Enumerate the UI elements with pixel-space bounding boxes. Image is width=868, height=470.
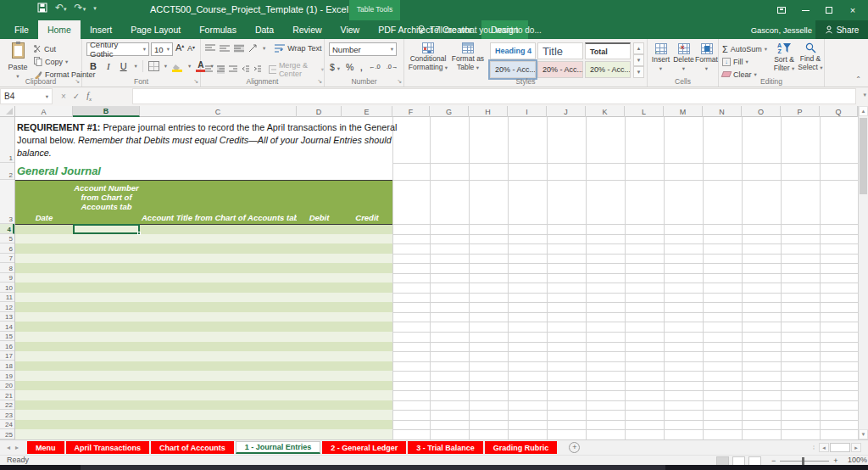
menu-tab-formulas[interactable]: Formulas (190, 20, 246, 39)
row-header-8[interactable]: 8 (0, 263, 14, 273)
sheet-tab-chart-of-accounts[interactable]: Chart of Accounts (151, 441, 234, 454)
merge-center-button[interactable]: Merge & Center▾ (269, 61, 324, 78)
fill-button[interactable]: ↓ Fill▾ (722, 56, 767, 67)
sheet-tab-grading-rubric[interactable]: Grading Rubric (485, 441, 558, 454)
sheet-tab-april-transactions[interactable]: April Transactions (66, 441, 150, 454)
table-row[interactable] (15, 283, 392, 293)
table-row[interactable] (15, 371, 392, 381)
menu-tab-home[interactable]: Home (38, 20, 81, 39)
row-header-18[interactable]: 18 (0, 361, 14, 371)
row-header-21[interactable]: 21 (0, 390, 14, 400)
number-dialog-launcher-icon[interactable]: ↘ (397, 78, 402, 85)
table-row[interactable] (15, 400, 392, 411)
cell-style-accent-red[interactable]: 20% - Acc... (537, 61, 583, 78)
user-name[interactable]: Gascon, Jesselle (751, 20, 812, 39)
scroll-right-icon[interactable]: ▸ (851, 443, 861, 452)
cell-style-heading4[interactable]: Heading 4 (490, 42, 536, 59)
row-header-3[interactable]: 3 (0, 180, 14, 224)
row-header-20[interactable]: 20 (0, 381, 14, 391)
alignment-dialog-launcher-icon[interactable]: ↘ (317, 78, 322, 85)
gallery-down-icon[interactable]: ▼ (633, 54, 644, 66)
column-header-K[interactable]: K (586, 106, 625, 117)
new-sheet-icon[interactable]: + (569, 442, 580, 453)
row-header-5[interactable]: 5 (0, 234, 14, 244)
column-header-J[interactable]: J (547, 106, 586, 117)
column-header-N[interactable]: N (703, 106, 742, 117)
column-header-H[interactable]: H (469, 106, 508, 117)
horizontal-scrollbar[interactable]: ⁞ ◂ ▸ (813, 443, 861, 452)
table-row[interactable] (15, 243, 392, 254)
align-center-icon[interactable] (217, 65, 225, 74)
table-row[interactable] (15, 390, 392, 400)
font-name-select[interactable]: Century Gothic▾ (86, 42, 149, 56)
sheet-tab-2-general-ledger[interactable]: 2 - General Ledger (322, 441, 406, 454)
sheet-tab-1-journal-entries[interactable]: 1 - Journal Entries (236, 441, 321, 454)
row-header-4[interactable]: 4 (0, 224, 14, 234)
number-format-select[interactable]: Number▾ (329, 42, 397, 56)
column-header-D[interactable]: D (297, 106, 342, 117)
restore-icon[interactable] (817, 0, 841, 20)
enter-icon[interactable]: ✓ (73, 92, 80, 101)
row-header-1[interactable]: 1 (0, 117, 14, 163)
close-icon[interactable]: × (841, 0, 865, 20)
borders-icon[interactable] (148, 61, 159, 71)
row-header-19[interactable]: 19 (0, 371, 14, 381)
table-row[interactable] (15, 410, 392, 420)
sheet-tab-menu[interactable]: Menu (27, 441, 64, 454)
cell-style-title[interactable]: Title (537, 42, 583, 59)
ribbon-display-options-icon[interactable] (770, 0, 793, 20)
select-all-corner[interactable] (0, 106, 15, 117)
wrap-text-button[interactable]: Wrap Text (275, 44, 321, 53)
menu-tab-view[interactable]: View (331, 20, 370, 39)
fill-color-icon[interactable] (172, 60, 183, 72)
scroll-left-icon[interactable]: ◂ (819, 443, 829, 452)
row-header-14[interactable]: 14 (0, 322, 14, 332)
menu-tab-file[interactable]: File (5, 20, 38, 39)
column-header-Q[interactable]: Q (820, 106, 858, 117)
table-row[interactable] (15, 420, 392, 430)
table-row[interactable] (15, 293, 392, 303)
customize-qat-icon[interactable]: ▾ (93, 5, 97, 12)
row-header-22[interactable]: 22 (0, 400, 14, 411)
zoom-slider-handle[interactable] (802, 457, 804, 465)
share-button[interactable]: Share (815, 20, 868, 39)
table-row[interactable] (15, 312, 392, 322)
table-row[interactable] (15, 342, 392, 352)
column-header-P[interactable]: P (781, 106, 820, 117)
selected-cell[interactable] (73, 224, 140, 234)
gallery-more-icon[interactable]: ▼ (633, 66, 644, 78)
percent-style-icon[interactable]: % (346, 62, 353, 72)
align-top-icon[interactable] (205, 44, 215, 53)
name-box[interactable]: B4▾ (0, 88, 53, 104)
zoom-slider[interactable] (780, 461, 829, 462)
find-select-button[interactable]: Find & Select ▾ (798, 42, 823, 71)
decrease-font-icon[interactable]: A▾ (187, 44, 195, 53)
menu-tab-page-layout[interactable]: Page Layout (121, 20, 190, 39)
align-left-icon[interactable] (205, 65, 213, 74)
row-header-23[interactable]: 23 (0, 410, 14, 420)
cell-style-accent-blue[interactable]: 20% - Acc... (490, 61, 536, 78)
scroll-up-icon[interactable]: ▲ (859, 106, 868, 116)
insert-function-icon[interactable]: fx (86, 91, 92, 103)
font-size-select[interactable]: 10▾ (151, 42, 173, 56)
normal-view-icon[interactable] (716, 456, 729, 466)
sheet-tab-3-trial-balance[interactable]: 3 - Trial Balance (408, 441, 483, 454)
row-header-10[interactable]: 10 (0, 283, 14, 293)
table-row[interactable] (15, 429, 392, 439)
row-header-6[interactable]: 6 (0, 243, 14, 254)
next-sheet-icon[interactable]: ▸ (15, 444, 19, 451)
grid-body[interactable]: REQUIREMENT #1: Prepare journal entries … (15, 117, 858, 439)
row-header-24[interactable]: 24 (0, 420, 14, 430)
accounting-format-icon[interactable]: $ ▾ (330, 62, 340, 72)
menu-tab-insert[interactable]: Insert (81, 20, 121, 39)
table-row[interactable] (15, 273, 392, 283)
undo-icon[interactable]: ↶▾ (55, 3, 67, 14)
insert-cells-button[interactable]: ← Insert▾ (649, 43, 672, 72)
page-break-view-icon[interactable] (748, 456, 761, 466)
save-icon[interactable] (37, 3, 47, 14)
row-header-16[interactable]: 16 (0, 341, 14, 351)
decrease-indent-icon[interactable] (242, 65, 249, 74)
vertical-scrollbar[interactable]: ▲ ▼ (858, 106, 868, 439)
row-header-15[interactable]: 15 (0, 332, 14, 342)
align-bottom-icon[interactable] (234, 44, 244, 53)
